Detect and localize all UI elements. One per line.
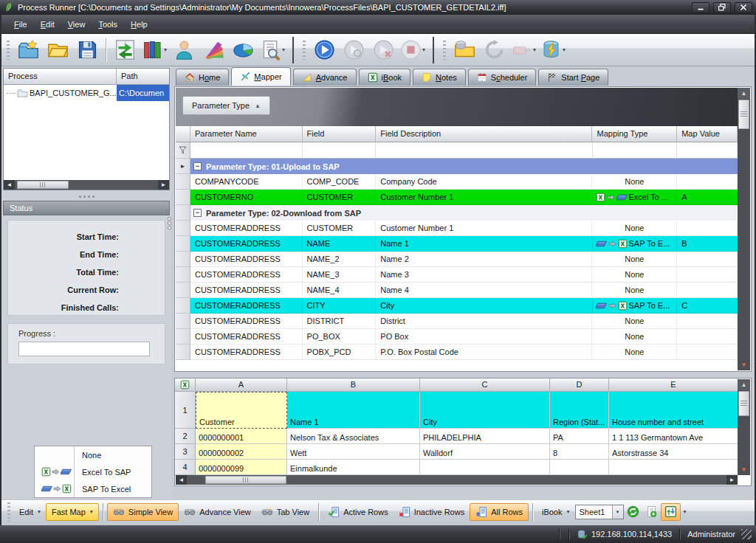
- import-export-button[interactable]: [110, 36, 140, 64]
- menu-edit[interactable]: Edit: [34, 16, 61, 32]
- export-sheet-button[interactable]: [642, 503, 661, 521]
- field-description-cell[interactable]: Name 1: [376, 236, 592, 252]
- grid-row-pobx-pcd[interactable]: CUSTOMERADDRESSPOBX_PCDP.O. Box Postal C…: [176, 345, 738, 360]
- parameter-name-cell[interactable]: CUSTOMERADDRESS: [190, 329, 303, 345]
- scroll-down-icon[interactable]: ▼: [738, 359, 750, 370]
- map-value-cell[interactable]: [677, 314, 738, 329]
- database-run-button[interactable]: ▾: [538, 36, 568, 64]
- dropdown-icon[interactable]: ▾: [566, 508, 569, 515]
- active-rows-button[interactable]: Active Rows: [323, 503, 394, 521]
- menu-view[interactable]: View: [61, 16, 92, 32]
- collapse-icon[interactable]: −: [193, 162, 202, 170]
- field-description-cell[interactable]: Name 3: [376, 267, 592, 283]
- field-description-cell[interactable]: Name 2: [376, 252, 592, 267]
- simple-view-button[interactable]: Simple View: [107, 503, 179, 521]
- close-button[interactable]: [735, 2, 752, 13]
- tab-ibook[interactable]: iBook: [359, 69, 411, 86]
- sheet-cell-c2[interactable]: PHILADELPHIA: [420, 429, 550, 444]
- scroll-thumb[interactable]: [17, 181, 69, 189]
- ibook-button[interactable]: iBook▾: [537, 503, 575, 521]
- map-value-cell[interactable]: [677, 252, 738, 267]
- document-preview-button[interactable]: ▾: [258, 36, 287, 64]
- sheet-cell-d4[interactable]: [550, 460, 609, 475]
- collapse-icon[interactable]: −: [193, 209, 202, 217]
- inactive-rows-button[interactable]: Inactive Rows: [394, 503, 470, 521]
- group-by-parameter-type-button[interactable]: Parameter Type ▲: [182, 96, 270, 115]
- filter-cell-field-description[interactable]: [376, 142, 592, 159]
- parameter-name-cell[interactable]: CUSTOMERADDRESS: [190, 314, 303, 329]
- map-value-cell[interactable]: B: [677, 236, 738, 252]
- scroll-thumb[interactable]: [738, 391, 749, 416]
- sheet-column-header-b[interactable]: B: [287, 378, 420, 392]
- sheet-row-number[interactable]: 3: [175, 444, 196, 460]
- all-rows-button[interactable]: All Rows: [470, 503, 529, 521]
- data-folder-button[interactable]: [450, 36, 479, 64]
- refresh-sheet-button[interactable]: [624, 503, 642, 521]
- scroll-left-icon[interactable]: ◄: [4, 180, 15, 190]
- tab-start-page[interactable]: Start Page: [538, 69, 608, 86]
- field-description-cell[interactable]: District: [376, 314, 592, 329]
- field-description-cell[interactable]: Customer Number 1: [376, 190, 592, 205]
- open-process-button[interactable]: [43, 36, 72, 64]
- scroll-up-icon[interactable]: ▲: [738, 379, 750, 390]
- grid-row-name-4[interactable]: CUSTOMERADDRESSNAME_4Name 4None: [176, 283, 738, 298]
- toolbar-grip[interactable]: [7, 41, 10, 60]
- grid-row-customer[interactable]: CUSTOMERNOCUSTOMERCustomer Number 1Excel…: [176, 190, 738, 205]
- grid-row-name[interactable]: CUSTOMERADDRESSNAMEName 1SAP To E...B: [176, 236, 738, 252]
- column-header-field[interactable]: Field: [303, 126, 377, 142]
- grid-row-customer[interactable]: CUSTOMERADDRESSCUSTOMERCustomer Number 1…: [176, 221, 738, 236]
- dropdown-icon[interactable]: ▾: [563, 46, 566, 53]
- mapping-type-cell[interactable]: None: [592, 267, 677, 283]
- horizontal-splitter[interactable]: [3, 193, 170, 200]
- mapping-type-cell[interactable]: None: [592, 221, 677, 236]
- advance-view-button[interactable]: Advance View: [179, 503, 256, 521]
- dropdown-icon[interactable]: ▾: [612, 505, 623, 519]
- sheet-hscrollbar[interactable]: ◄ ►: [176, 475, 738, 485]
- sheet-cell-e2[interactable]: 1 1 113 Germantown Ave: [609, 429, 738, 444]
- sheet-cell-b4[interactable]: Einmalkunde: [287, 460, 420, 475]
- sheet-cell-e4[interactable]: [609, 460, 738, 475]
- map-value-cell[interactable]: [677, 283, 738, 298]
- sheet-cell-c1[interactable]: City: [420, 392, 550, 429]
- map-value-cell[interactable]: [677, 329, 738, 345]
- sheet-cell-e1[interactable]: House number and street: [609, 392, 738, 429]
- toolbar-grip[interactable]: [303, 41, 306, 60]
- tab-advance[interactable]: Advance: [293, 69, 357, 86]
- parameter-name-cell[interactable]: CUSTOMERADDRESS: [190, 298, 303, 314]
- mapping-type-cell[interactable]: None: [592, 252, 677, 267]
- sheet-vscrollbar[interactable]: ▲ ▼: [738, 379, 750, 475]
- sheet-cell-c4[interactable]: [420, 460, 550, 475]
- grid-row-name-3[interactable]: CUSTOMERADDRESSNAME_3Name 3None: [176, 267, 738, 283]
- sheet-cell-e3[interactable]: Astorstrasse 34: [609, 444, 738, 460]
- filter-cell-mapping-type[interactable]: [593, 142, 678, 159]
- sheet-cell-c3[interactable]: Walldorf: [420, 444, 550, 460]
- parameter-name-cell[interactable]: CUSTOMERADDRESS: [190, 221, 303, 236]
- run-button[interactable]: [309, 36, 339, 64]
- mapping-type-cell[interactable]: None: [592, 345, 677, 360]
- mapper-vscrollbar[interactable]: ▲ ▼: [738, 88, 750, 370]
- minimize-button[interactable]: [692, 2, 709, 13]
- field-description-cell[interactable]: Company Code: [376, 174, 592, 190]
- column-header-map-value[interactable]: Map Value: [677, 126, 738, 142]
- parameter-name-cell[interactable]: CUSTOMERNO: [190, 190, 303, 205]
- field-cell[interactable]: COMP_CODE: [303, 174, 377, 190]
- restore-button[interactable]: [713, 2, 731, 13]
- sheet-column-header-a[interactable]: A: [196, 378, 287, 392]
- field-cell[interactable]: NAME: [303, 236, 377, 252]
- tab-scheduler[interactable]: Scheduler: [468, 69, 537, 86]
- field-cell[interactable]: NAME_4: [303, 283, 377, 298]
- dropdown-icon[interactable]: ▾: [422, 46, 425, 53]
- process-tree-row[interactable]: BAPI_CUSTOMER_G...C:\Documen: [4, 85, 169, 101]
- fast-map-button[interactable]: Fast Map▾: [46, 503, 99, 521]
- sheet-cell-b3[interactable]: Wett: [287, 444, 420, 460]
- parameter-name-cell[interactable]: CUSTOMERADDRESS: [190, 345, 303, 360]
- sheet-selector[interactable]: Sheet1▾: [575, 505, 624, 519]
- toolbar-grip[interactable]: [7, 502, 10, 522]
- tab-home[interactable]: Home: [176, 69, 229, 86]
- dropdown-icon[interactable]: ▾: [282, 46, 285, 53]
- new-process-button[interactable]: [13, 36, 43, 64]
- sheet-cell-a3[interactable]: 0000000002: [196, 444, 287, 460]
- dropdown-icon[interactable]: ▾: [164, 46, 167, 53]
- parameter-name-cell[interactable]: CUSTOMERADDRESS: [190, 283, 303, 298]
- field-cell[interactable]: CUSTOMER: [303, 190, 377, 205]
